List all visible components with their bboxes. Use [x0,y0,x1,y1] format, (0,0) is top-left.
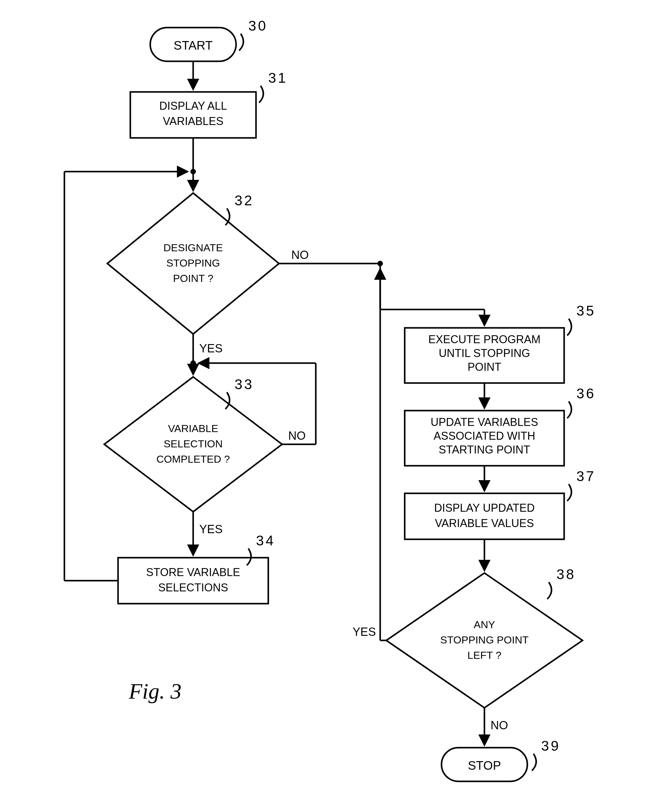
node-stop: STOP [442,748,527,781]
ref-39: 39 [541,738,560,754]
svg-text:UNTIL STOPPING: UNTIL STOPPING [439,347,530,359]
ref-33: 33 [234,376,254,392]
join-dot-above-33 [190,360,196,366]
svg-text:SELECTION: SELECTION [164,438,223,449]
svg-rect-23 [405,493,564,539]
ref-35: 35 [577,303,596,319]
node-32: DESIGNATE STOPPING POINT ? [107,193,279,334]
label-33-yes: YES [199,523,223,536]
ref-34: 34 [256,533,275,549]
join-dot-above-32 [190,169,196,174]
node-start: START [150,28,236,61]
label-33-no: NO [288,429,306,442]
figure-label: Fig. 3 [128,679,182,704]
node-34: STORE VARIABLE SELECTIONS [118,558,268,604]
ref-30: 30 [248,18,268,34]
svg-text:STOPPING POINT: STOPPING POINT [440,634,529,645]
ref-37: 37 [577,468,596,484]
node-36: UPDATE VARIABLES ASSOCIATED WITH STARTIN… [405,411,564,466]
svg-text:EXECUTE PROGRAM: EXECUTE PROGRAM [428,333,541,346]
svg-text:DISPLAY ALL: DISPLAY ALL [159,100,227,112]
ref-leader-36 [567,401,572,418]
ref-leader-31 [259,86,264,103]
start-text: START [174,39,213,52]
ref-leader-38 [547,582,552,599]
ref-leader-30 [239,34,243,51]
ref-leader-35 [567,319,572,335]
svg-text:COMPLETED ?: COMPLETED ? [156,453,230,465]
flowchart: START 30 DISPLAY ALL VARIABLES 31 DESIGN… [0,0,665,812]
svg-text:STOPPING: STOPPING [166,257,220,269]
svg-text:DESIGNATE: DESIGNATE [164,242,223,253]
stop-text: STOP [468,759,501,772]
svg-text:UPDATE VARIABLES: UPDATE VARIABLES [431,416,538,428]
svg-text:VARIABLE: VARIABLE [168,423,218,434]
ref-leader-39 [532,754,536,771]
ref-36: 36 [577,386,596,401]
svg-text:STORE VARIABLE: STORE VARIABLE [146,566,240,578]
label-32-yes: YES [199,342,223,355]
svg-text:LEFT ?: LEFT ? [468,649,501,661]
node-35: EXECUTE PROGRAM UNTIL STOPPING POINT [405,328,564,383]
svg-text:POINT: POINT [468,361,501,373]
svg-text:STARTING POINT: STARTING POINT [439,443,531,456]
node-31: DISPLAY ALL VARIABLES [130,92,256,138]
svg-text:VARIABLES: VARIABLES [163,115,223,127]
label-32-no: NO [291,248,309,261]
svg-text:VARIABLE VALUES: VARIABLE VALUES [435,517,534,529]
label-38-no: NO [491,719,508,732]
svg-text:ANY: ANY [474,619,495,630]
svg-text:POINT ?: POINT ? [173,273,213,284]
node-37: DISPLAY UPDATED VARIABLE VALUES [405,493,564,539]
ref-32: 32 [234,193,254,208]
node-38: ANY STOPPING POINT LEFT ? [386,573,583,708]
ref-38: 38 [557,566,576,582]
node-33: VARIABLE SELECTION COMPLETED ? [104,377,282,512]
ref-31: 31 [268,70,288,86]
svg-text:DISPLAY UPDATED: DISPLAY UPDATED [434,502,535,514]
ref-leader-37 [567,484,572,501]
svg-rect-12 [118,558,268,604]
label-38-yes: YES [352,626,376,638]
svg-text:ASSOCIATED WITH: ASSOCIATED WITH [434,430,535,442]
svg-text:SELECTIONS: SELECTIONS [158,581,228,594]
